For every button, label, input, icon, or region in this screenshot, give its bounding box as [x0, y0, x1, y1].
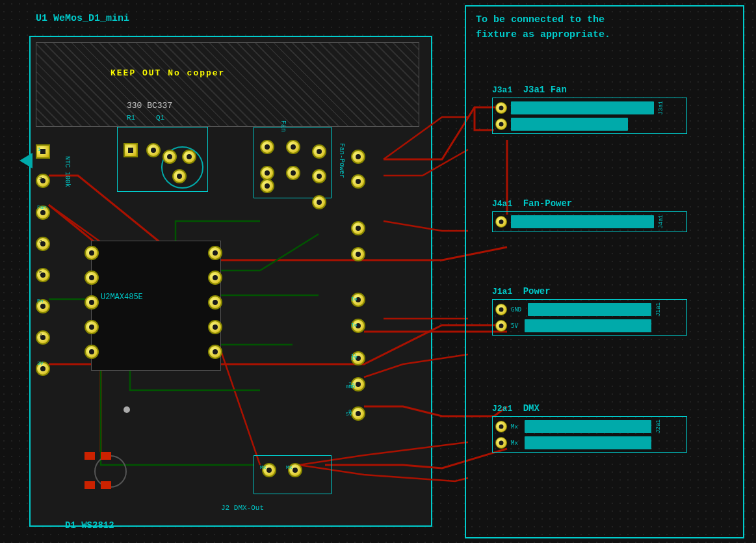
fan-power-pad-4	[351, 247, 365, 261]
j2a1-pad-1	[495, 421, 507, 432]
left-arrow-indicator	[20, 153, 33, 168]
j3a1-row-2	[495, 118, 684, 131]
label-r1: R1	[127, 114, 135, 122]
j1a1-connector-group: J1a1 Power GND J1a1 5V	[492, 286, 687, 336]
fan-power-pad-2	[351, 174, 365, 189]
u2-pad-8	[208, 295, 222, 310]
fan-conn-pad-1	[260, 140, 274, 154]
d1-smd-2	[101, 452, 111, 460]
j1a1-row-1: GND J1a1	[495, 302, 684, 317]
j2a1-mx1-text: Mx	[511, 423, 518, 430]
u2-pad-6	[208, 246, 222, 260]
info-text: To be connected to the fixture as approp…	[476, 13, 610, 42]
j4a1-label: J4a1 Fan-Power	[492, 198, 687, 209]
label-d1: D1 WS2812	[65, 520, 114, 531]
j3a1-side-label: J3a1	[658, 101, 664, 115]
j3-pad-1	[312, 144, 326, 159]
j1a1-box: GND J1a1 5V	[492, 299, 687, 336]
j3a1-row-1: J3a1	[495, 101, 684, 115]
j1a1-5v-text: 5V	[511, 323, 518, 329]
j4a1-bar-1	[511, 215, 654, 228]
j1a1-side-label: J1a1	[655, 302, 662, 317]
pad-left-5	[36, 268, 50, 282]
fan-power-pad-1	[351, 150, 365, 164]
label-fan-power: Fan-Power	[338, 143, 345, 178]
fan-conn-pad-3	[260, 166, 274, 180]
pad-left-4	[36, 237, 50, 251]
j3a1-box: J3a1	[492, 98, 687, 134]
j2a1-row-1: Mx J2a1	[495, 419, 684, 434]
j3a1-label: J3a1 J3a1 Fan	[492, 85, 687, 95]
label-q1: Q1	[156, 114, 164, 122]
j4a1-connector-group: J4a1 Fan-Power J4a1	[492, 198, 687, 232]
q1-pad-3	[172, 169, 187, 183]
keepout-area	[36, 42, 419, 127]
fan-power-pad-3	[351, 221, 365, 235]
j2a1-box: Mx J2a1 Mx	[492, 416, 687, 453]
u2-pad-7	[208, 271, 222, 285]
j2a1-side-label: J2a1	[655, 419, 662, 434]
j3a1-pad-1	[495, 102, 507, 114]
r1-pad-1	[124, 143, 138, 157]
info-box: To be connected to the fixture as approp…	[465, 5, 744, 538]
j2a1-bar-1	[525, 420, 651, 433]
j3-pad-3	[312, 195, 326, 209]
q1-pad-2	[182, 150, 196, 164]
j2a1-bar-2	[525, 436, 651, 449]
j1a1-pad-gnd	[495, 304, 507, 315]
j4a1-pad-1	[495, 216, 507, 228]
j2a1-pad-2	[495, 437, 507, 449]
label-ntc: NTC 100k	[64, 156, 71, 187]
label-fan: Fan	[280, 120, 287, 132]
u2-pad-2	[85, 271, 99, 285]
pad-left-2	[36, 174, 50, 188]
d1-smd-4	[101, 481, 111, 489]
j3a1-bar-1	[511, 101, 654, 114]
pad-left-7	[36, 330, 50, 345]
ic-u2-body	[91, 241, 221, 371]
j1a1-bar-2	[525, 319, 651, 332]
j4a1-box: J4a1	[492, 211, 687, 232]
keepout-label: KEEP OUT No copper	[111, 68, 225, 78]
white-dot	[124, 406, 130, 413]
j3a1-pad-2	[495, 118, 507, 130]
q1-pad-1	[163, 150, 177, 164]
label-u1: U1 WeMos_D1_mini	[36, 13, 129, 24]
label-bc337: 330 BC337	[127, 101, 172, 111]
r1-pad-2	[146, 143, 161, 157]
j3a1-connector-group: J3a1 J3a1 Fan J3a1	[492, 85, 687, 134]
pcb-canvas: KEEP OUT No copper U1 WeMos_D1_mini 330 …	[0, 0, 756, 543]
j1a1-label: J1a1 Power	[492, 286, 687, 297]
j2a1-label: J2a1 DMX	[492, 403, 687, 414]
u2-pad-1	[85, 246, 99, 260]
u2-pad-10	[208, 345, 222, 359]
fan-power-pad-9	[351, 406, 365, 421]
u2-pad-5	[85, 345, 99, 359]
j1a1-pad-5v	[495, 320, 507, 332]
fan-conn-pad-5	[260, 179, 274, 193]
d1-smd-1	[85, 452, 95, 460]
fan-conn-pad-4	[286, 166, 300, 180]
label-j2: J2 DMX-Out	[221, 504, 264, 512]
j2a1-mx2-text: Mx	[511, 440, 518, 446]
j4a1-row-1: J4a1	[495, 215, 684, 229]
label-u2: U2MAX485E	[101, 293, 143, 302]
j4a1-side-label: J4a1	[658, 215, 664, 229]
j1a1-row-2: 5V	[495, 319, 684, 332]
j2a1-row-2: Mx	[495, 436, 684, 449]
j3-pad-2	[312, 169, 326, 183]
j1a1-gnd-text: GND	[511, 306, 521, 313]
j1a1-bar-1	[528, 303, 651, 316]
fan-conn-pad-2	[286, 140, 300, 154]
j2a1-connector-group: J2a1 DMX Mx J2a1 Mx	[492, 403, 687, 453]
u2-pad-4	[85, 320, 99, 334]
d1-smd-3	[85, 481, 95, 489]
j3a1-bar-2	[511, 118, 628, 131]
u2-pad-3	[85, 295, 99, 310]
u2-pad-9	[208, 320, 222, 334]
